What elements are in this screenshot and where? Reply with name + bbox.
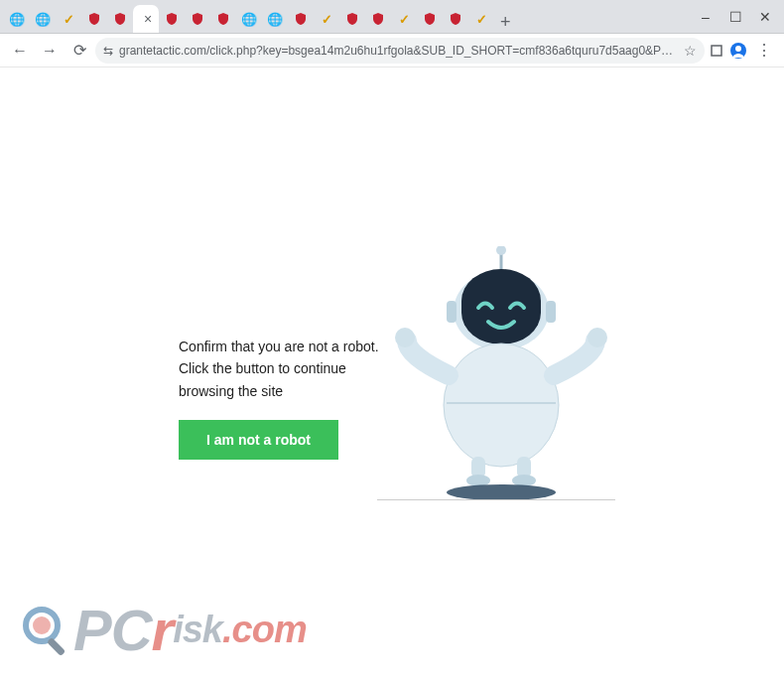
captcha-prompt-text: Confirm that you are not a robot. Click …: [179, 336, 397, 402]
svg-point-15: [466, 475, 490, 486]
browser-tab-active[interactable]: ×: [133, 5, 159, 33]
browser-tab[interactable]: [365, 5, 391, 33]
shield-icon: [87, 12, 101, 26]
browser-toolbar: ← → ⟳ ⇆ grantetactic.com/click.php?key=b…: [0, 34, 784, 68]
shield-icon: [371, 12, 385, 26]
tab-strip: 🌐🌐✓×🌐🌐✓✓✓+: [4, 0, 691, 33]
site-info-icon[interactable]: ⇆: [103, 44, 113, 58]
globe-icon: 🌐: [9, 13, 25, 26]
page-viewport: Confirm that you are not a robot. Click …: [0, 68, 784, 683]
shield-icon: [191, 12, 204, 26]
svg-rect-0: [712, 46, 721, 56]
prompt-line-1: Confirm that you are not a robot.: [179, 339, 379, 354]
checkmark-icon: ✓: [322, 13, 332, 26]
browser-tab[interactable]: ✓: [56, 5, 81, 33]
chrome-menu-button[interactable]: ⋮: [750, 37, 778, 65]
url-text: grantetactic.com/click.php?key=bsgea14m2…: [119, 44, 678, 58]
checkmark-icon: ✓: [476, 13, 487, 26]
browser-tab[interactable]: [159, 5, 185, 33]
browser-tab[interactable]: 🌐: [236, 5, 262, 33]
address-bar[interactable]: ⇆ grantetactic.com/click.php?key=bsgea14…: [95, 38, 705, 64]
titlebar: 🌐🌐✓×🌐🌐✓✓✓+ – ☐ ✕: [0, 0, 784, 34]
divider-line: [377, 499, 615, 500]
checkmark-icon: ✓: [64, 13, 74, 26]
browser-tab[interactable]: [443, 5, 468, 33]
svg-point-19: [33, 616, 51, 634]
back-button[interactable]: ←: [6, 37, 34, 65]
browser-tab[interactable]: [107, 5, 133, 33]
browser-tab[interactable]: 🌐: [262, 5, 288, 33]
checkmark-icon: ✓: [399, 13, 410, 26]
svg-point-17: [447, 484, 556, 500]
minimize-button[interactable]: –: [691, 4, 720, 30]
close-window-button[interactable]: ✕: [750, 4, 780, 30]
browser-tab[interactable]: ✓: [314, 5, 339, 33]
browser-tab[interactable]: [81, 5, 107, 33]
browser-tab[interactable]: [417, 5, 443, 33]
browser-tab[interactable]: [210, 5, 236, 33]
extensions-button[interactable]: [707, 41, 726, 61]
svg-point-2: [735, 46, 741, 52]
captcha-prompt-block: Confirm that you are not a robot. Click …: [179, 336, 615, 460]
reload-button[interactable]: ⟳: [65, 37, 93, 65]
pcrisk-watermark: PCrisk.com: [20, 597, 307, 663]
shield-icon: [423, 12, 437, 26]
shield-icon: [345, 12, 359, 26]
shield-icon: [113, 12, 127, 26]
watermark-isk: isk: [173, 609, 222, 651]
svg-rect-6: [447, 301, 457, 323]
maximize-button[interactable]: ☐: [720, 4, 750, 30]
browser-tab[interactable]: 🌐: [30, 5, 56, 33]
globe-icon: 🌐: [35, 13, 51, 26]
window-controls: – ☐ ✕: [691, 4, 780, 30]
browser-tab[interactable]: ✓: [391, 5, 417, 33]
browser-tab[interactable]: [339, 5, 365, 33]
magnifier-icon: [20, 604, 73, 657]
shield-icon: [165, 12, 179, 26]
shield-icon: [294, 12, 308, 26]
shield-icon: [216, 12, 230, 26]
svg-rect-7: [546, 301, 556, 323]
svg-point-16: [512, 475, 536, 486]
profile-avatar[interactable]: [728, 41, 748, 61]
browser-tab[interactable]: ✓: [468, 5, 494, 33]
shield-icon: [449, 12, 462, 26]
new-tab-button[interactable]: +: [494, 12, 517, 33]
close-tab-icon[interactable]: ×: [144, 11, 152, 27]
prompt-line-3: browsing the site: [179, 383, 283, 399]
bookmark-star-icon[interactable]: ☆: [684, 43, 697, 59]
watermark-pc: PC: [73, 597, 152, 663]
prompt-line-2: Click the button to continue: [179, 360, 346, 376]
svg-rect-20: [47, 637, 65, 656]
forward-button[interactable]: →: [36, 37, 64, 65]
globe-icon: 🌐: [241, 13, 257, 26]
globe-icon: 🌐: [267, 13, 283, 26]
svg-point-4: [496, 246, 506, 255]
browser-tab[interactable]: 🌐: [4, 5, 30, 33]
not-a-robot-button[interactable]: I am not a robot: [179, 420, 338, 460]
browser-tab[interactable]: [288, 5, 314, 33]
browser-tab[interactable]: [185, 5, 210, 33]
watermark-r: r: [152, 597, 174, 663]
watermark-com: .com: [222, 609, 307, 651]
